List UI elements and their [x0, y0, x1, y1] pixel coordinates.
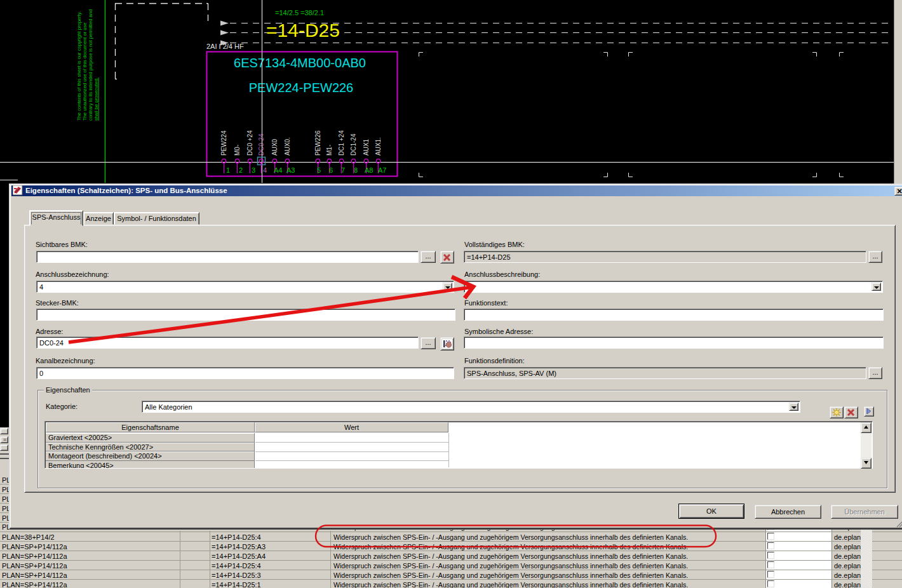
svg-text:6: 6: [329, 166, 333, 174]
svg-text:4: 4: [263, 166, 267, 174]
svg-text:M0-: M0-: [234, 145, 241, 156]
svg-text:AUX1: AUX1: [363, 138, 370, 156]
svg-text:DC1 +24: DC1 +24: [338, 130, 345, 156]
svg-text:DC0 +24: DC0 +24: [246, 130, 253, 156]
svg-text:AUX0.: AUX0.: [284, 137, 291, 156]
svg-text:shall be prosecuted.: shall be prosecuted.: [93, 77, 99, 121]
svg-text:DC1-24: DC1-24: [350, 133, 357, 156]
svg-text:6ES7134-4MB00-0AB0: 6ES7134-4MB00-0AB0: [234, 56, 366, 70]
svg-text:M1-: M1-: [326, 145, 333, 156]
svg-text:7: 7: [341, 166, 345, 174]
svg-text:5: 5: [317, 166, 321, 174]
svg-text:=14/2.5 =38/2.1: =14/2.5 =38/2.1: [275, 9, 324, 17]
svg-text:DC0-24: DC0-24: [258, 133, 265, 156]
svg-text:A3: A3: [286, 166, 295, 174]
svg-text:A7: A7: [378, 166, 386, 174]
svg-text:A8: A8: [365, 166, 373, 174]
svg-text:The unauthorized use of this d: The unauthorized use of this document or…: [82, 22, 88, 121]
svg-text:2: 2: [239, 166, 243, 174]
svg-text:8: 8: [354, 166, 358, 174]
svg-text:PEW224-PEW226: PEW224-PEW226: [249, 81, 354, 95]
svg-text:PEW224: PEW224: [220, 130, 227, 156]
svg-text:The contents of this sheet is: The contents of this sheet is our copyri…: [76, 11, 82, 121]
svg-text:AUX0: AUX0: [271, 138, 278, 156]
svg-text:PEW226: PEW226: [314, 130, 321, 156]
svg-text:3: 3: [252, 166, 255, 174]
svg-text:contrary to its intended purpo: contrary to its intended purpose is not …: [88, 10, 93, 121]
svg-text:AUX1.: AUX1.: [375, 137, 382, 156]
svg-text:1: 1: [226, 166, 230, 174]
svg-text:2AI I 2/4 HF: 2AI I 2/4 HF: [206, 43, 244, 50]
svg-text:A4: A4: [274, 166, 282, 174]
svg-text:=14-D25: =14-D25: [266, 20, 340, 41]
